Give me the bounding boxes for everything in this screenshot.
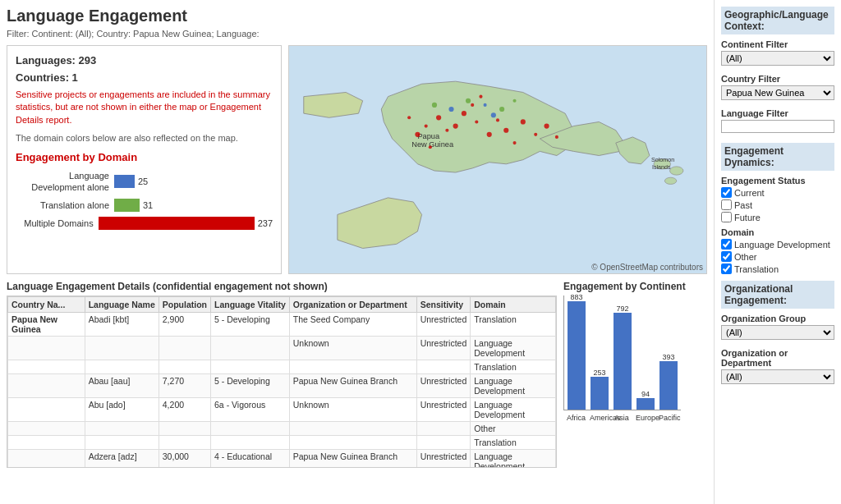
svg-point-16 bbox=[462, 111, 466, 116]
svg-point-27 bbox=[544, 123, 549, 128]
stats-panel: Languages: 293 Countries: 1 Sensitive pr… bbox=[7, 45, 282, 274]
bar-col-africa: 883 bbox=[568, 293, 586, 410]
bar-val-asia: 792 bbox=[616, 305, 628, 313]
continent-labels: Africa Americas Asia Europe Pacific bbox=[563, 414, 677, 422]
bottom-section: Language Engagement Details (confidentia… bbox=[7, 281, 707, 468]
engagement-section-title: Engagement Dynamics: bbox=[721, 143, 834, 171]
svg-point-34 bbox=[499, 107, 504, 112]
bar-africa bbox=[568, 301, 586, 410]
label-europe: Europe bbox=[636, 414, 654, 422]
table-row: Papua New GuineaAbadi [kbt]2,9005 - Deve… bbox=[8, 313, 556, 337]
svg-point-28 bbox=[555, 135, 558, 139]
svg-text:Papua: Papua bbox=[417, 132, 440, 140]
warning-text: Sensitive projects or engagements are in… bbox=[16, 89, 273, 126]
svg-text:New Guinea: New Guinea bbox=[411, 140, 454, 149]
bar-row-multiple: Multiple Domains 237 bbox=[16, 217, 273, 230]
bar-translation bbox=[114, 199, 140, 212]
status-past-label: Past bbox=[734, 200, 752, 210]
org-dept-select[interactable]: (All) bbox=[721, 369, 834, 384]
svg-point-37 bbox=[484, 103, 487, 107]
svg-point-21 bbox=[512, 141, 516, 144]
org-group-select[interactable]: (All) bbox=[721, 325, 834, 340]
details-table-area: Language Engagement Details (confidentia… bbox=[7, 281, 557, 468]
country-filter-select[interactable]: Papua New Guinea bbox=[721, 85, 834, 100]
svg-point-18 bbox=[487, 132, 492, 137]
svg-text:Islands: Islands bbox=[652, 164, 671, 171]
status-past-checkbox[interactable] bbox=[721, 199, 732, 210]
engagement-domain-title: Engagement by Domain bbox=[16, 151, 273, 163]
svg-point-13 bbox=[436, 115, 441, 120]
bar-europe bbox=[636, 398, 655, 410]
map-area: Papua New Guinea Solomon Islands bbox=[288, 45, 707, 274]
label-americas: Americas bbox=[590, 414, 608, 422]
col-country: Country Na... bbox=[8, 297, 85, 313]
svg-point-23 bbox=[425, 125, 428, 128]
continent-bar-chart: 883 253 792 bbox=[563, 296, 681, 410]
domain-translation-label: Translation bbox=[734, 264, 779, 274]
domain-langdev-label: Language Development bbox=[734, 240, 830, 250]
org-group-label: Organization Group bbox=[721, 314, 834, 323]
status-current-checkbox[interactable] bbox=[721, 187, 732, 198]
svg-point-17 bbox=[475, 120, 478, 123]
status-future-label: Future bbox=[734, 213, 761, 222]
label-pacific: Pacific bbox=[659, 414, 677, 422]
details-title: Language Engagement Details (confidentia… bbox=[7, 281, 557, 292]
domain-langdev-checkbox[interactable] bbox=[721, 239, 732, 250]
domain-note: The domain colors below are also reflect… bbox=[16, 133, 273, 143]
details-table: Country Na... Language Name Population L… bbox=[7, 296, 556, 468]
bar-container-multiple: 237 bbox=[99, 217, 273, 230]
continent-chart-title: Engagement by Continent bbox=[563, 281, 707, 292]
col-vitality: Language Vitality bbox=[211, 297, 290, 313]
language-filter-input[interactable] bbox=[721, 120, 834, 133]
svg-point-14 bbox=[453, 123, 458, 128]
continent-chart-area: Engagement by Continent 883 253 bbox=[563, 281, 707, 468]
map-svg: Papua New Guinea Solomon Islands bbox=[289, 46, 706, 273]
col-sensitivity: Sensitivity bbox=[416, 297, 471, 313]
table-row: Adzera [adz]30,0004 - EducationalPapua N… bbox=[8, 450, 556, 469]
bar-val-africa: 883 bbox=[570, 293, 582, 301]
bar-label-multiple: Multiple Domains bbox=[16, 218, 99, 229]
svg-point-22 bbox=[521, 119, 526, 124]
col-population: Population bbox=[159, 297, 210, 313]
col-language: Language Name bbox=[85, 297, 159, 313]
language-filter-label: Language Filter bbox=[721, 108, 834, 118]
status-future-checkbox[interactable] bbox=[721, 212, 732, 222]
continent-filter-label: Continent Filter bbox=[721, 39, 834, 49]
bar-val-pacific: 393 bbox=[662, 353, 674, 361]
domain-other-checkbox[interactable] bbox=[721, 251, 732, 262]
table-row: UnknownUnrestrictedLanguage Development bbox=[8, 337, 556, 360]
domain-translation-checkbox[interactable] bbox=[721, 263, 732, 274]
bar-row-translation: Translation alone 31 bbox=[16, 199, 273, 212]
bar-value-lang-dev: 25 bbox=[138, 176, 148, 186]
table-row: Translation bbox=[8, 436, 556, 450]
svg-point-31 bbox=[479, 95, 482, 99]
svg-point-38 bbox=[491, 112, 496, 117]
bar-pacific bbox=[659, 361, 678, 410]
svg-point-26 bbox=[534, 133, 537, 136]
bar-value-translation: 31 bbox=[143, 200, 153, 210]
bar-container-lang-dev: 25 bbox=[114, 175, 148, 188]
continent-filter-select[interactable]: (All) bbox=[721, 51, 834, 66]
svg-point-36 bbox=[448, 107, 453, 112]
svg-point-19 bbox=[496, 118, 499, 121]
bar-label-lang-dev: Language Development alone bbox=[16, 170, 114, 194]
bar-chart-domain: Language Development alone 25 Translatio… bbox=[16, 170, 273, 230]
map-credit: © OpenStreetMap contributors bbox=[591, 263, 703, 272]
table-wrapper[interactable]: Country Na... Language Name Population L… bbox=[7, 296, 557, 468]
svg-point-20 bbox=[503, 128, 508, 133]
table-row: Translation bbox=[8, 360, 556, 374]
domain-langdev-row: Language Development bbox=[721, 239, 834, 250]
svg-point-15 bbox=[445, 129, 448, 132]
table-row: Abau [aau]7,2705 - DevelopingPapua New G… bbox=[8, 374, 556, 398]
bar-container-translation: 31 bbox=[114, 199, 153, 212]
bar-col-pacific: 393 bbox=[659, 353, 678, 410]
filter-text: Filter: Continent: (All); Country: Papua… bbox=[7, 29, 707, 39]
svg-point-5 bbox=[670, 167, 683, 175]
country-filter-label: Country Filter bbox=[721, 74, 834, 84]
table-row: Other bbox=[8, 422, 556, 436]
bar-val-americas: 253 bbox=[593, 369, 605, 377]
bar-row-lang-dev: Language Development alone 25 bbox=[16, 170, 273, 194]
bar-col-asia: 792 bbox=[614, 305, 632, 410]
svg-point-25 bbox=[407, 116, 411, 119]
table-row: Abu [ado]4,2006a - VigorousUnknownUnrest… bbox=[8, 398, 556, 422]
